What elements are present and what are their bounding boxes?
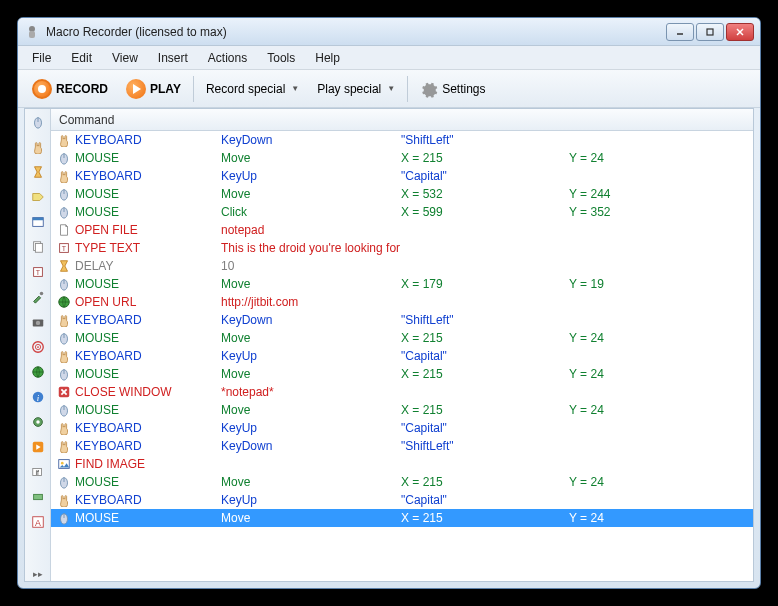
sidebar-hand-icon[interactable] <box>29 138 47 156</box>
globe-icon <box>55 295 73 309</box>
param2-cell: "Capital" <box>401 349 569 363</box>
menu-insert[interactable]: Insert <box>148 48 198 68</box>
table-row[interactable]: KEYBOARDKeyDown"ShiftLeft" <box>51 131 753 149</box>
table-row[interactable]: KEYBOARDKeyDown"ShiftLeft" <box>51 437 753 455</box>
sidebar-letter-icon[interactable]: A <box>29 513 47 531</box>
cmd-cell: KEYBOARD <box>73 493 221 507</box>
cmd-cell: KEYBOARD <box>73 169 221 183</box>
table-row[interactable]: MOUSEMoveX = 215Y = 24 <box>51 365 753 383</box>
cmd-cell: MOUSE <box>73 475 221 489</box>
close-icon <box>55 385 73 399</box>
cmd-cell: CLOSE WINDOW <box>73 385 221 399</box>
param2-cell: X = 215 <box>401 367 569 381</box>
table-row[interactable]: MOUSEMoveX = 215Y = 24 <box>51 329 753 347</box>
table-row[interactable]: KEYBOARDKeyUp"Capital" <box>51 491 753 509</box>
close-button[interactable] <box>726 23 754 41</box>
sidebar-copy-icon[interactable] <box>29 238 47 256</box>
content-area: TiifA▸▸ Command KEYBOARDKeyDown"ShiftLef… <box>24 108 754 582</box>
sidebar-play-icon[interactable] <box>29 438 47 456</box>
sidebar-info-icon[interactable]: i <box>29 388 47 406</box>
grid-header[interactable]: Command <box>51 109 753 131</box>
param1-cell: KeyUp <box>221 421 401 435</box>
param2-cell: "Capital" <box>401 421 569 435</box>
hand-icon <box>55 349 73 363</box>
table-row[interactable]: MOUSEMoveX = 532Y = 244 <box>51 185 753 203</box>
sidebar-if-icon[interactable]: if <box>29 463 47 481</box>
record-special-button[interactable]: Record special ▼ <box>198 74 307 104</box>
play-button[interactable]: PLAY <box>118 74 189 104</box>
table-row[interactable]: MOUSEMoveX = 215Y = 24 <box>51 473 753 491</box>
sidebar-globe-icon[interactable] <box>29 363 47 381</box>
play-special-button[interactable]: Play special ▼ <box>309 74 403 104</box>
table-row[interactable]: MOUSEMoveX = 215Y = 24 <box>51 149 753 167</box>
sidebar-text-icon[interactable]: T <box>29 263 47 281</box>
table-row[interactable]: KEYBOARDKeyUp"Capital" <box>51 347 753 365</box>
param2-cell: X = 215 <box>401 403 569 417</box>
menu-tools[interactable]: Tools <box>257 48 305 68</box>
param3-cell: Y = 24 <box>569 403 709 417</box>
svg-point-19 <box>37 346 39 348</box>
settings-button[interactable]: Settings <box>412 74 493 104</box>
table-row[interactable]: KEYBOARDKeyDown"ShiftLeft" <box>51 311 753 329</box>
titlebar: Macro Recorder (licensed to max) <box>18 18 760 46</box>
separator <box>193 76 194 102</box>
svg-point-16 <box>35 321 39 325</box>
cmd-cell: MOUSE <box>73 511 221 525</box>
table-row[interactable]: MOUSEMoveX = 179Y = 19 <box>51 275 753 293</box>
svg-rect-28 <box>33 494 42 499</box>
param1-cell: Move <box>221 367 401 381</box>
sidebar-target-icon[interactable] <box>29 338 47 356</box>
cmd-cell: OPEN FILE <box>73 223 221 237</box>
menu-file[interactable]: File <box>22 48 61 68</box>
sidebar-label-icon[interactable] <box>29 188 47 206</box>
svg-rect-9 <box>32 218 43 221</box>
table-row[interactable]: TTYPE TEXTThis is the droid you're looki… <box>51 239 753 257</box>
table-row[interactable]: OPEN URLhttp://jitbit.com <box>51 293 753 311</box>
param3-cell: Y = 19 <box>569 277 709 291</box>
sidebar-gear-icon[interactable] <box>29 413 47 431</box>
param1-cell: Move <box>221 151 401 165</box>
maximize-button[interactable] <box>696 23 724 41</box>
cmd-cell: MOUSE <box>73 187 221 201</box>
table-row[interactable]: MOUSEMoveX = 215Y = 24 <box>51 401 753 419</box>
menu-actions[interactable]: Actions <box>198 48 257 68</box>
menu-edit[interactable]: Edit <box>61 48 102 68</box>
cmd-cell: MOUSE <box>73 277 221 291</box>
timer-icon <box>55 259 73 273</box>
mouse-icon <box>55 205 73 219</box>
sidebar-camera-icon[interactable] <box>29 313 47 331</box>
table-row[interactable]: KEYBOARDKeyUp"Capital" <box>51 419 753 437</box>
chevron-down-icon: ▼ <box>387 84 395 93</box>
param2-cell: X = 215 <box>401 331 569 345</box>
sidebar-timer-icon[interactable] <box>29 163 47 181</box>
table-row[interactable]: KEYBOARDKeyUp"Capital" <box>51 167 753 185</box>
menu-view[interactable]: View <box>102 48 148 68</box>
file-icon <box>55 223 73 237</box>
table-row[interactable]: MOUSEMoveX = 215Y = 24 <box>51 509 753 527</box>
sidebar-shape-icon[interactable] <box>29 488 47 506</box>
param1-cell: http://jitbit.com <box>221 295 401 309</box>
param2-cell: "ShiftLeft" <box>401 313 569 327</box>
minimize-button[interactable] <box>666 23 694 41</box>
menu-help[interactable]: Help <box>305 48 350 68</box>
sidebar-mouse-icon[interactable] <box>29 113 47 131</box>
param1-cell: KeyDown <box>221 313 401 327</box>
param2-cell: X = 179 <box>401 277 569 291</box>
cmd-cell: KEYBOARD <box>73 313 221 327</box>
record-button[interactable]: RECORD <box>24 74 116 104</box>
table-row[interactable]: DELAY10 <box>51 257 753 275</box>
svg-rect-11 <box>35 244 42 253</box>
sidebar-window-icon[interactable] <box>29 213 47 231</box>
table-row[interactable]: OPEN FILEnotepad <box>51 221 753 239</box>
menubar: File Edit View Insert Actions Tools Help <box>18 46 760 70</box>
param2-cell: "ShiftLeft" <box>401 133 569 147</box>
table-row[interactable]: MOUSEClickX = 599Y = 352 <box>51 203 753 221</box>
table-row[interactable]: FIND IMAGE <box>51 455 753 473</box>
grid-body[interactable]: KEYBOARDKeyDown"ShiftLeft"MOUSEMoveX = 2… <box>51 131 753 581</box>
sidebar-picker-icon[interactable] <box>29 288 47 306</box>
chevron-down-icon: ▼ <box>291 84 299 93</box>
app-window: Macro Recorder (licensed to max) File Ed… <box>17 17 761 589</box>
table-row[interactable]: CLOSE WINDOW*notepad* <box>51 383 753 401</box>
play-icon <box>126 79 146 99</box>
expand-icon[interactable]: ▸▸ <box>33 569 43 579</box>
